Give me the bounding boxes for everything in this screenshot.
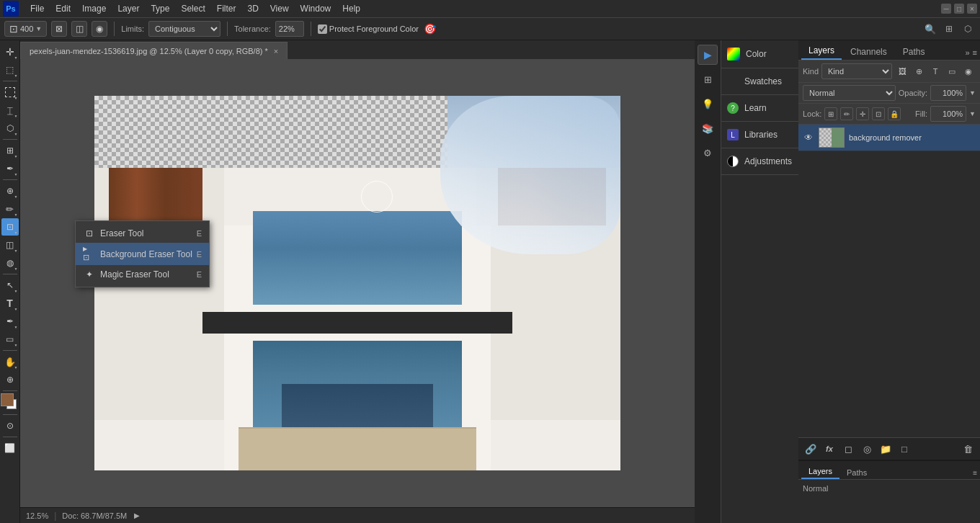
menu-layer[interactable]: Layer bbox=[112, 2, 145, 15]
eraser-tool[interactable]: ⊡ ▼ bbox=[1, 218, 19, 236]
menu-edit[interactable]: Edit bbox=[50, 2, 76, 15]
libraries-panel-btn[interactable]: L Libraries bbox=[721, 122, 798, 148]
learn-panel-btn[interactable]: ? Learn bbox=[721, 95, 798, 122]
shape-tool[interactable]: ▭ ▼ bbox=[1, 331, 19, 348]
zoom-tool[interactable]: ⊕ bbox=[1, 371, 19, 388]
menu-type[interactable]: Type bbox=[145, 2, 175, 15]
document-tab[interactable]: pexels-juan-mendez-1536619.jpg @ 12.5% (… bbox=[20, 42, 288, 59]
bg-eraser-icon: ⊡ bbox=[83, 253, 96, 262]
layer-adjustment-btn[interactable]: ◎ bbox=[859, 441, 875, 457]
layer-visibility-0[interactable]: 👁 bbox=[803, 132, 814, 143]
menu-view[interactable]: View bbox=[264, 2, 295, 15]
paths-dock-tab[interactable]: Paths bbox=[896, 44, 932, 60]
kind-pixel-btn[interactable]: 🖼 bbox=[895, 64, 909, 79]
tolerance-input[interactable] bbox=[275, 21, 304, 37]
menu-help[interactable]: Help bbox=[337, 2, 366, 15]
eraser-tool-option[interactable]: ⊡ Eraser Tool E bbox=[76, 224, 209, 243]
mini-panel-controls: ≡ bbox=[973, 469, 977, 479]
layer-link-btn[interactable]: 🔗 bbox=[803, 441, 819, 457]
airbrush-btn[interactable]: ◉ bbox=[92, 21, 107, 37]
layer-new-btn[interactable]: □ bbox=[896, 441, 912, 457]
swatches-panel-btn[interactable]: Swatches bbox=[721, 68, 798, 95]
menu-window[interactable]: Window bbox=[295, 2, 337, 15]
kind-type-btn[interactable]: T bbox=[928, 64, 943, 79]
opacity-dropdown-arrow[interactable]: ▼ bbox=[969, 89, 976, 97]
kind-adjust-btn[interactable]: ⊕ bbox=[912, 64, 926, 79]
type-tool[interactable]: T ▼ bbox=[1, 295, 19, 312]
quick-mask-btn[interactable]: ⊙ bbox=[1, 417, 19, 434]
eraser-dropdown-arrow[interactable]: ▼ bbox=[35, 25, 42, 32]
minimize-button[interactable]: ─ bbox=[941, 4, 951, 14]
close-button[interactable]: × bbox=[967, 4, 977, 14]
adjust-icon-4[interactable]: ⚙ bbox=[698, 143, 718, 163]
crop-tool[interactable]: ⊞ ▼ bbox=[1, 142, 19, 159]
brush-angle-btn[interactable]: ◫ bbox=[71, 21, 87, 37]
layer-mask-btn[interactable]: ◻ bbox=[840, 441, 856, 457]
menu-filter[interactable]: Filter bbox=[211, 2, 242, 15]
workspace-btn[interactable]: ⊞ bbox=[941, 21, 957, 37]
paths-mini-tab[interactable]: Paths bbox=[839, 466, 874, 479]
color-swatches[interactable] bbox=[1, 393, 19, 412]
maximize-button[interactable]: □ bbox=[954, 4, 964, 14]
opacity-input[interactable] bbox=[930, 85, 966, 101]
adjust-icon-2[interactable]: 💡 bbox=[698, 94, 718, 114]
canvas-area[interactable]: ⊡ Eraser Tool E ▶ ⊡ Background Eraser To… bbox=[20, 59, 695, 507]
pen-tool[interactable]: ✒ ▼ bbox=[1, 313, 19, 330]
layers-mini-tab[interactable]: Layers bbox=[801, 465, 839, 479]
mini-panel-menu-btn[interactable]: ≡ bbox=[973, 469, 977, 477]
move-tool[interactable]: ✛ ▼ bbox=[1, 43, 19, 61]
color-panel-btn[interactable]: Color bbox=[721, 40, 798, 68]
layers-dock-tab[interactable]: Layers bbox=[801, 43, 842, 60]
menu-file[interactable]: File bbox=[24, 2, 50, 15]
tab-close-btn[interactable]: × bbox=[274, 47, 278, 55]
status-arrow[interactable]: ▶ bbox=[134, 511, 140, 519]
adjustments-panel-btn[interactable]: Adjustments bbox=[721, 148, 798, 175]
path-select-tool[interactable]: ↖ ▼ bbox=[1, 277, 19, 294]
adjust-icon-1[interactable]: ⊞ bbox=[698, 69, 718, 89]
fill-input[interactable] bbox=[930, 106, 966, 122]
layer-item-0[interactable]: 👁 background remover bbox=[798, 125, 980, 151]
dodge-tool[interactable]: ◍ ▼ bbox=[1, 254, 19, 272]
eyedropper-tool[interactable]: ✒ ▼ bbox=[1, 160, 19, 177]
limits-dropdown[interactable]: Contiguous Discontiguous Find Edges bbox=[148, 21, 220, 37]
background-eraser-tool-option[interactable]: ▶ ⊡ Background Eraser Tool E bbox=[76, 243, 209, 265]
search-btn[interactable]: 🔍 bbox=[922, 21, 938, 37]
fill-dropdown-arrow[interactable]: ▼ bbox=[969, 110, 976, 117]
channels-dock-tab[interactable]: Channels bbox=[843, 44, 894, 60]
lock-artboard-btn[interactable]: ⊡ bbox=[872, 107, 885, 120]
marquee-rect-tool[interactable]: ▼ bbox=[1, 84, 19, 101]
lock-transparent-btn[interactable]: ⊞ bbox=[824, 107, 837, 120]
menu-3d[interactable]: 3D bbox=[241, 2, 264, 15]
layer-fx-btn[interactable]: fx bbox=[821, 441, 837, 457]
play-button[interactable]: ▶ bbox=[698, 45, 718, 65]
hand-tool[interactable]: ✋ ▼ bbox=[1, 353, 19, 370]
layer-group-btn[interactable]: 📁 bbox=[878, 441, 894, 457]
quick-select-tool[interactable]: ⬡ ▼ bbox=[1, 120, 19, 137]
lock-position-btn[interactable]: ✛ bbox=[856, 107, 869, 120]
kind-smart-btn[interactable]: ◉ bbox=[961, 64, 976, 79]
screen-mode-btn[interactable]: ⬜ bbox=[1, 439, 19, 457]
lasso-tool[interactable]: ⌶ ▼ bbox=[1, 102, 19, 119]
blend-mode-dropdown[interactable]: Normal Dissolve Multiply Screen bbox=[803, 85, 896, 101]
protect-checkbox-label[interactable]: Protect Foreground Color bbox=[318, 24, 419, 34]
brush-style-btn[interactable]: ⊠ bbox=[51, 21, 67, 37]
panel-dock-menu-btn[interactable]: ≡ bbox=[973, 48, 977, 57]
panel-dock-expand-btn[interactable]: » bbox=[965, 48, 969, 57]
corner-arrow-8: ▼ bbox=[14, 195, 18, 199]
foreground-color[interactable] bbox=[1, 393, 14, 406]
magic-eraser-tool-option[interactable]: ✦ Magic Eraser Tool E bbox=[76, 265, 209, 284]
kind-dropdown[interactable]: Kind bbox=[821, 63, 892, 79]
lock-image-btn[interactable]: ✏ bbox=[840, 107, 853, 120]
brush-tool[interactable]: ✏ ▼ bbox=[1, 200, 19, 218]
artboard-tool[interactable]: ⬚ ▼ bbox=[1, 61, 19, 79]
layer-delete-btn[interactable]: 🗑 bbox=[960, 441, 976, 457]
kind-shape-btn[interactable]: ▭ bbox=[945, 64, 959, 79]
healing-tool[interactable]: ⊕ ▼ bbox=[1, 182, 19, 200]
menu-select[interactable]: Select bbox=[175, 2, 210, 15]
lock-all-btn[interactable]: 🔒 bbox=[888, 107, 901, 120]
menu-image[interactable]: Image bbox=[76, 2, 112, 15]
share-btn[interactable]: ⬡ bbox=[960, 21, 976, 37]
adjust-icon-3[interactable]: 📚 bbox=[698, 118, 718, 138]
protect-checkbox[interactable] bbox=[318, 24, 327, 34]
gradient-tool[interactable]: ◫ ▼ bbox=[1, 236, 19, 254]
